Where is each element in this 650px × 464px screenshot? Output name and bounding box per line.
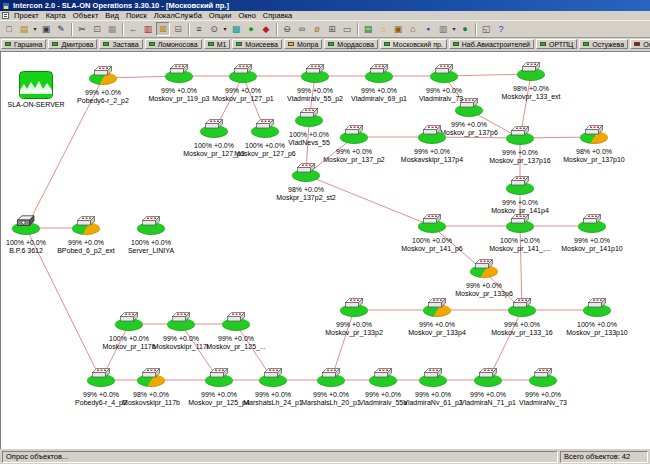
map-tab-5[interactable]: М1 [204,39,231,49]
map-tab-2[interactable]: Дмитрова [48,39,97,49]
menu-item-8[interactable]: Окно [238,11,255,20]
hint-lamp-icon[interactable]: ☼ [376,22,390,36]
map-node-moskov-pr-141p4[interactable]: 99% +0.0%Moskov_pr_141p4 [465,174,575,214]
node-graphic [181,310,291,331]
unlock-object-icon[interactable]: ⊟ [171,22,185,36]
node-metric: 99% +0.0% [181,335,291,343]
tool-bar: □▤▾▣✎✂⊡▦←▥⊠⊟≡⊙▾▩●◆⊖∞ø⊞▭▤☼▣⌂▪▥▾●◱? [0,20,650,38]
map-node-moskov-pr-141p10[interactable]: 99% +0.0%Moskov_pr_141p10 [537,212,647,252]
binoculars-icon[interactable]: ⊙ [207,22,221,36]
map-tab-6[interactable]: Моисеева [232,39,282,49]
tab-label: ОРТПЦ [549,41,573,48]
print-icon[interactable]: ≡ [192,22,206,36]
map-node-moskpr-137p2-st2[interactable]: 98% +0.0%Moskpr_137p2_st2 [251,161,361,201]
object-card-icon[interactable]: ▥ [141,22,155,36]
copy-icon[interactable]: ⊡ [90,22,104,36]
map-node-moskov-pr-137p10[interactable]: 98% +0.0%Moskov_pr_137p10 [539,123,649,163]
map-object-icon[interactable]: ▣ [391,22,405,36]
save-project-icon[interactable]: ▣ [39,22,53,36]
application-icon [2,2,10,10]
map-tab-8[interactable]: Мордасова [324,39,378,49]
home-icon[interactable]: ⌂ [406,22,420,36]
table-icon[interactable]: ⊞ [325,22,339,36]
router-icon [138,366,164,379]
menu-item-3[interactable]: Объект [73,11,99,20]
tab-status-dot [634,42,640,46]
open-project-icon[interactable]: ▤ [17,22,31,36]
cut-icon[interactable]: ✂ [75,22,89,36]
title-bar: Intercon 2.0 - SLA-ON Operations 3.30.10… [0,0,650,11]
traffic-light-icon[interactable]: ● [244,22,258,36]
map-tab-4[interactable]: Ломоносова [145,39,202,49]
map-node-moskov-pr-125[interactable]: 99% +0.0%Moskov_pr_125_... [181,310,291,350]
tab-status-dot [384,42,390,46]
network-map-canvas[interactable]: SLA-ON-SERVER 99% +0.0%Pobedy6-r_2_p299%… [0,51,650,449]
document-icon[interactable] [2,12,9,19]
map-node-moskov-pr-133p6[interactable]: 99% +0.0%Moskov_pr_133p6 [429,257,539,297]
node-graphic [465,174,575,195]
alarm-icon[interactable]: ◆ [259,22,273,36]
menu-item-1[interactable]: Проект [14,11,39,20]
tab-label: Остужева [592,41,624,48]
key-icon[interactable]: ø [310,22,324,36]
back-arrow-icon[interactable]: ← [126,22,140,36]
menu-item-4[interactable]: Вид [105,11,119,20]
router-icon [581,123,607,136]
toolbar-separator [71,23,73,36]
map-tab-13[interactable]: Офисные центры [630,39,650,49]
router-icon [431,62,457,75]
map-tab-11[interactable]: ОРТПЦ [536,39,577,49]
tab-status-dot [328,42,334,46]
map-node-server-liniya[interactable]: 100% +0.0%Server_LINIYA [96,214,206,254]
menu-item-9[interactable]: Справка [263,11,292,20]
tab-status-dot [288,42,294,46]
map-tab-10[interactable]: Наб.Авиастроителей [449,39,534,49]
picture-icon[interactable]: ▩ [229,22,243,36]
map-node-moskovpr-133-ext[interactable]: 98% +0.0%Moskovpr_133_ext [476,60,586,100]
tab-label: Моисеева [245,41,278,48]
toolbar-separator [357,23,359,36]
node-metric: 100% +0.0% [542,321,650,329]
help-icon[interactable]: ? [494,22,508,36]
router-icon [509,296,535,309]
tab-label: Офисные центры [643,41,650,48]
globe-icon[interactable]: ● [458,22,472,36]
map-tab-3[interactable]: Застава [99,39,142,49]
tab-status-dot [5,42,11,46]
map-node-vladmiranv-73[interactable]: 99% +0.0%VladmiraNv_73 [488,366,598,406]
tab-label: Московский пр. [393,41,443,48]
menu-item-2[interactable]: Карта [46,11,66,20]
cascade-windows-icon[interactable]: ◱ [479,22,493,36]
chart-icon[interactable]: ▥ [436,22,450,36]
lock-object-icon[interactable]: ⊠ [156,22,170,36]
report-list-icon[interactable]: ▤ [361,22,375,36]
map-tab-12[interactable]: Остужева [579,39,628,49]
chart-dropdown-icon[interactable]: ▾ [451,22,457,36]
toolbar-separator [475,23,477,36]
map-node-moskov-pr-133p10[interactable]: 100% +0.0%Moskov_pr_133p10 [542,296,650,336]
map-tab-1[interactable]: Гаршина [1,39,46,49]
pointer-tool-icon[interactable]: ✎ [54,22,68,36]
link-icon[interactable]: ∞ [295,22,309,36]
zoom-out-icon[interactable]: ⊖ [280,22,294,36]
router-icon [90,64,116,77]
map-tab-7[interactable]: Мопра [284,39,322,49]
open-project-dropdown-icon[interactable]: ▾ [32,22,38,36]
menu-item-5[interactable]: Поиск [126,11,147,20]
window-icon[interactable]: ▭ [340,22,354,36]
new-project-icon[interactable]: □ [2,22,16,36]
binoculars-dropdown-icon[interactable]: ▾ [222,22,228,36]
tab-status-dot [149,42,155,46]
monitor-icon[interactable]: ▪ [421,22,435,36]
menu-item-7[interactable]: Опции [209,11,232,20]
node-label: Moskov_pr_125_... [181,343,291,351]
node-graphic [542,296,650,317]
menu-item-6[interactable]: ЛокалСлужба [154,11,202,20]
map-tab-9[interactable]: Московский пр. [380,39,447,49]
router-icon [518,60,544,73]
tab-label: М1 [217,41,227,48]
paste-icon[interactable]: ▦ [105,22,119,36]
node-metric: 98% +0.0% [476,85,586,93]
sla-on-server-node[interactable]: SLA-ON-SERVER [0,71,91,109]
tab-status-dot [453,42,459,46]
